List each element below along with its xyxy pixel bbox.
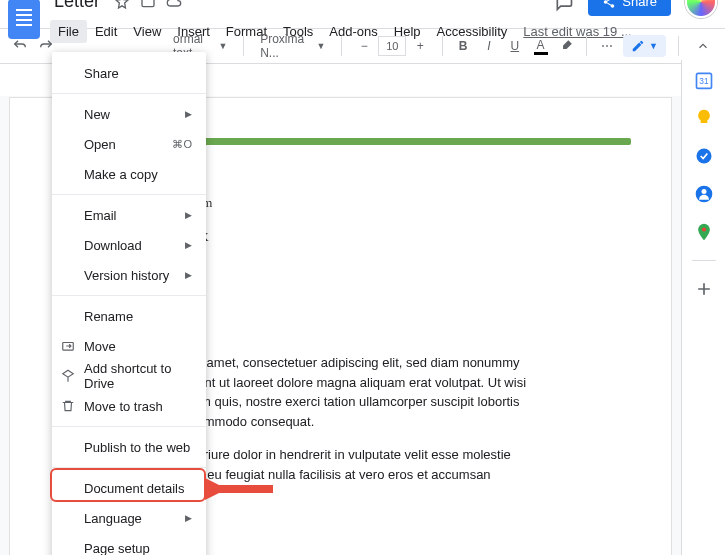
menu-item-label: Document details (84, 481, 184, 496)
collapse-toolbar-button[interactable] (691, 34, 715, 58)
body-text: com (190, 193, 631, 213)
menu-item-make-a-copy[interactable]: Make a copy (52, 159, 206, 189)
decrease-font-size-button[interactable]: − (352, 34, 376, 58)
menu-item-label: Open (84, 137, 116, 152)
menu-item-add-shortcut-to-drive[interactable]: Add shortcut to Drive (52, 361, 206, 391)
menu-item-label: Download (84, 238, 142, 253)
body-text: 5 (190, 294, 631, 314)
editing-mode-button[interactable]: ▼ (623, 35, 666, 57)
menu-item-download[interactable]: Download▶ (52, 230, 206, 260)
tasks-addon-icon[interactable] (694, 146, 714, 166)
menu-item-page-setup[interactable]: Page setup (52, 533, 206, 555)
menu-item-label: Share (84, 66, 119, 81)
contacts-addon-icon[interactable] (694, 184, 714, 204)
menu-item-label: Move (84, 339, 116, 354)
header-accent-bar (190, 138, 631, 145)
body-text: me (190, 260, 631, 280)
chevron-right-icon: ▶ (185, 513, 192, 523)
menu-item-label: Email (84, 208, 117, 223)
menu-item-label: Language (84, 511, 142, 526)
menu-edit[interactable]: Edit (87, 20, 125, 43)
chevron-right-icon: ▶ (185, 240, 192, 250)
chevron-down-icon: ▼ (218, 41, 227, 51)
menu-item-version-history[interactable]: Version history▶ (52, 260, 206, 290)
more-tools-button[interactable]: ⋯ (597, 34, 617, 58)
menu-item-label: New (84, 107, 110, 122)
keep-addon-icon[interactable] (694, 108, 714, 128)
menu-item-label: Publish to the web (84, 440, 190, 455)
cloud-status-icon[interactable] (166, 0, 182, 10)
increase-font-size-button[interactable]: + (408, 34, 432, 58)
chevron-down-icon: ▼ (649, 41, 658, 51)
chevron-right-icon: ▶ (185, 210, 192, 220)
menu-view[interactable]: View (125, 20, 169, 43)
star-icon[interactable] (114, 0, 130, 10)
underline-button[interactable]: U (505, 34, 525, 58)
menu-item-move-to-trash[interactable]: Move to trash (52, 391, 206, 421)
menu-item-label: Page setup (84, 541, 150, 556)
shortcut-label: ⌘O (172, 138, 192, 151)
svg-point-11 (701, 227, 705, 231)
comments-icon[interactable] (554, 0, 574, 12)
menu-item-new[interactable]: New▶ (52, 99, 206, 129)
menu-item-language[interactable]: Language▶ (52, 503, 206, 533)
document-title[interactable]: Letter (50, 0, 104, 12)
highlight-color-button[interactable] (557, 34, 577, 58)
shortcut-icon (60, 368, 76, 384)
chevron-right-icon: ▶ (185, 109, 192, 119)
menu-item-publish-to-the-web[interactable]: Publish to the web (52, 432, 206, 462)
move-icon (60, 338, 76, 354)
svg-text:31: 31 (699, 76, 709, 86)
trash-icon (60, 398, 76, 414)
share-button-label: Share (622, 0, 657, 9)
chevron-right-icon: ▶ (185, 270, 192, 280)
menu-item-open[interactable]: Open⌘O (52, 129, 206, 159)
file-menu-dropdown: ShareNew▶Open⌘OMake a copyEmail▶Download… (52, 52, 206, 555)
menu-item-label: Move to trash (84, 399, 163, 414)
share-button[interactable]: Share (588, 0, 671, 16)
side-panel: 31 (681, 60, 725, 555)
user-avatar[interactable] (685, 0, 717, 18)
body-text: XX (190, 227, 631, 247)
body-text: n iriure dolor in hendrerit in vulputate… (190, 445, 631, 484)
svg-point-8 (696, 149, 711, 164)
italic-button[interactable]: I (479, 34, 499, 58)
chevron-down-icon: ▼ (317, 41, 326, 51)
menu-item-move[interactable]: Move (52, 331, 206, 361)
menu-item-label: Version history (84, 268, 169, 283)
menu-item-share[interactable]: Share (52, 58, 206, 88)
move-icon[interactable] (140, 0, 156, 10)
body-text: sit amet, consectetuer adipiscing elit, … (190, 353, 631, 431)
menu-item-label: Make a copy (84, 167, 158, 182)
bold-button[interactable]: B (453, 34, 473, 58)
maps-addon-icon[interactable] (694, 222, 714, 242)
font-size-input[interactable]: 10 (378, 36, 406, 56)
add-addon-button[interactable] (694, 279, 714, 299)
menu-item-rename[interactable]: Rename (52, 301, 206, 331)
menu-item-email[interactable]: Email▶ (52, 200, 206, 230)
menu-item-label: Add shortcut to Drive (84, 361, 192, 391)
svg-point-10 (701, 189, 706, 194)
text-color-button[interactable]: A (531, 34, 551, 58)
calendar-addon-icon[interactable]: 31 (694, 70, 714, 90)
menu-item-document-details[interactable]: Document details (52, 473, 206, 503)
docs-logo-icon[interactable] (8, 0, 40, 39)
font-family-dropdown[interactable]: Proxima N...▼ (254, 34, 331, 58)
svg-rect-0 (142, 0, 154, 6)
menu-item-label: Rename (84, 309, 133, 324)
